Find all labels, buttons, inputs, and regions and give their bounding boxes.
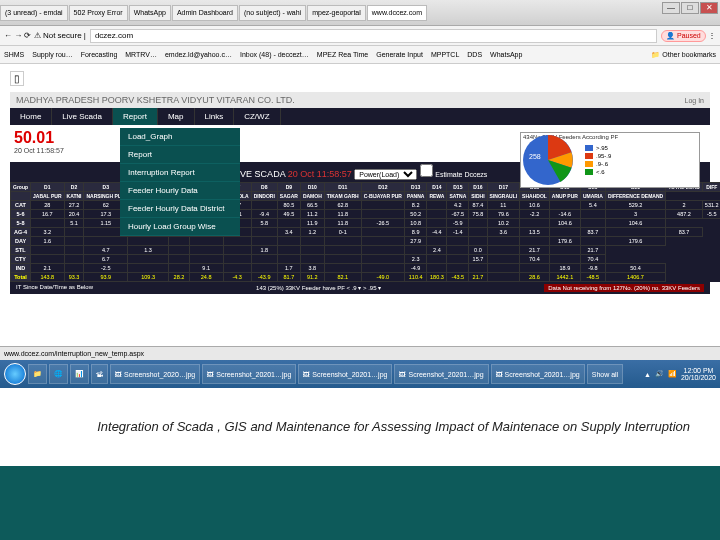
- report-dropdown: Load_Graph Report Interruption Report Fe…: [120, 128, 240, 236]
- bookmark-item[interactable]: SHMS: [4, 51, 24, 58]
- other-bookmarks[interactable]: 📁 Other bookmarks: [651, 51, 716, 59]
- minimize-button[interactable]: —: [662, 2, 680, 14]
- table-footer: IT Since Date/Time as Below 143 (25%) 33…: [10, 282, 710, 294]
- legend-label: .95-.9: [596, 153, 611, 159]
- tab-1[interactable]: 502 Proxy Error: [69, 5, 128, 21]
- legend-label: <.6: [596, 169, 605, 175]
- menu-icon[interactable]: ⋮: [706, 31, 716, 40]
- bookmark-item[interactable]: WhatsApp: [490, 51, 522, 58]
- url-input[interactable]: [90, 29, 657, 43]
- taskbar-pinned[interactable]: 📊: [70, 364, 89, 384]
- taskbar-showall[interactable]: Show all: [587, 364, 623, 384]
- company-title: MADHYA PRADESH POORV KSHETRA VIDYUT VITA…: [16, 95, 295, 105]
- slide-caption: Integration of Scada , GIS and Maintenan…: [0, 388, 720, 466]
- legend-label: .9-.6: [596, 161, 608, 167]
- footer-left: IT Since Date/Time as Below: [16, 284, 93, 292]
- main-nav: Home Live Scada Report Map Links CZ/WZ L…: [10, 108, 710, 125]
- taskbar-item[interactable]: 🖼 Screenshot_2020…jpg: [110, 364, 200, 384]
- bookmark-item[interactable]: Generate Input: [376, 51, 423, 58]
- security-label: ⚠ Not secure |: [31, 31, 85, 40]
- tab-3[interactable]: Admin Dashboard: [172, 5, 238, 21]
- legend-label: >.95: [596, 145, 608, 151]
- bookmark-item[interactable]: MPEZ Rea Time: [317, 51, 368, 58]
- windows-taskbar: 📁 🌐 📊 📽 🖼 Screenshot_2020…jpg 🖼 Screensh…: [0, 360, 720, 388]
- pie-panel: 434No 33KV Feeders According PF 258 >.95…: [520, 132, 700, 188]
- start-button[interactable]: [4, 363, 26, 385]
- taskbar-item[interactable]: 🖼 Screenshot_20201…jpg: [202, 364, 296, 384]
- taskbar-pinned[interactable]: 📽: [91, 364, 108, 384]
- bookmark-item[interactable]: MRTRV…: [125, 51, 157, 58]
- tab-5[interactable]: mpez-geoportal: [307, 5, 366, 21]
- bookmark-item[interactable]: DDS: [467, 51, 482, 58]
- taskbar-pinned[interactable]: 🌐: [49, 364, 68, 384]
- dd-feederdistrict[interactable]: Feeder Hourly Data District: [120, 200, 240, 218]
- tab-4[interactable]: (no subject) - wahi: [239, 5, 306, 21]
- footer-mid: 143 (25%) 33KV Feeder have PF < .9 ▾ > .…: [256, 284, 381, 292]
- mode-select[interactable]: Power(Load): [354, 169, 417, 180]
- taskbar-pinned[interactable]: 📁: [28, 364, 47, 384]
- bookmark-item[interactable]: Forecasting: [81, 51, 118, 58]
- taskbar-item[interactable]: 🖼 Screenshot_20201…jpg: [394, 364, 488, 384]
- page-content: ▯ MADHYA PRADESH POORV KSHETRA VIDYUT VI…: [0, 64, 720, 346]
- nav-map[interactable]: Map: [158, 108, 195, 125]
- system-tray[interactable]: ▲ 🔊 📶 12:00 PM 20/10/2020: [644, 367, 716, 381]
- pie-main-value: 258: [529, 153, 541, 160]
- address-bar: ← → ⟳ ⚠ Not secure | 👤 Paused ⋮: [0, 26, 720, 46]
- swatch-icon: [585, 145, 593, 151]
- nav-czwz[interactable]: CZ/WZ: [234, 108, 280, 125]
- nav-livescada[interactable]: Live Scada: [52, 108, 113, 125]
- pie-legend: >.95 .95-.9 .9-.6 <.6: [585, 133, 611, 187]
- reload-icon[interactable]: ⟳: [24, 31, 31, 40]
- nav-links[interactable]: Links: [195, 108, 235, 125]
- tab-2[interactable]: WhatsApp: [129, 5, 171, 21]
- tray-icon[interactable]: ▲: [644, 371, 651, 378]
- scada-table: GroupD1D2D3D4D5D6D7D8D9D10D11D12D13D14D1…: [10, 182, 720, 282]
- bookmark-item[interactable]: Supply rou…: [32, 51, 72, 58]
- browser-tabstrip: (3 unread) - emdai 502 Proxy Error Whats…: [0, 0, 720, 26]
- dd-report[interactable]: Report: [120, 146, 240, 164]
- close-button[interactable]: ✕: [700, 2, 718, 14]
- dd-hourlyload[interactable]: Hourly Load Group Wise: [120, 218, 240, 236]
- swatch-icon: [585, 169, 593, 175]
- pie-chart: 258: [523, 135, 583, 185]
- dd-feederhourly[interactable]: Feeder Hourly Data: [120, 182, 240, 200]
- nav-report[interactable]: Report: [113, 108, 158, 125]
- tab-6[interactable]: www.dccez.com: [367, 5, 427, 21]
- taskbar-item[interactable]: 🖼 Screenshot_20201…jpg: [491, 364, 585, 384]
- sync-paused-badge[interactable]: 👤 Paused: [661, 30, 706, 42]
- bookmark-item[interactable]: Inbox (48) - deccezt…: [240, 51, 309, 58]
- dd-interruption[interactable]: Interruption Report: [120, 164, 240, 182]
- tray-icon[interactable]: 🔊: [655, 370, 664, 378]
- login-link[interactable]: Log In: [685, 97, 704, 104]
- back-icon[interactable]: ←: [4, 31, 12, 40]
- bookmark-item[interactable]: emdez.ld@yahoo.c…: [165, 51, 232, 58]
- nav-home[interactable]: Home: [10, 108, 52, 125]
- dd-loadgraph[interactable]: Load_Graph: [120, 128, 240, 146]
- tray-date: 20/10/2020: [681, 374, 716, 381]
- tray-icon[interactable]: 📶: [668, 370, 677, 378]
- swatch-icon: [585, 161, 593, 167]
- forward-icon[interactable]: →: [14, 31, 22, 40]
- footer-warning: Data Not receiving from 127No. (20%) no.…: [544, 284, 704, 292]
- maximize-button[interactable]: □: [681, 2, 699, 14]
- slide-background: [0, 466, 720, 540]
- browser-status-bar: www.dccez.com/interruption_new_temp.aspx: [0, 346, 720, 360]
- tray-time: 12:00 PM: [681, 367, 716, 374]
- broken-image-icon: ▯: [10, 71, 24, 86]
- tab-0[interactable]: (3 unread) - emdai: [0, 5, 68, 21]
- swatch-icon: [585, 153, 593, 159]
- estimate-checkbox[interactable]: [420, 164, 433, 177]
- bookmark-item[interactable]: MPPTCL: [431, 51, 459, 58]
- bookmarks-bar: SHMS Supply rou… Forecasting MRTRV… emde…: [0, 46, 720, 64]
- taskbar-item[interactable]: 🖼 Screenshot_20201…jpg: [298, 364, 392, 384]
